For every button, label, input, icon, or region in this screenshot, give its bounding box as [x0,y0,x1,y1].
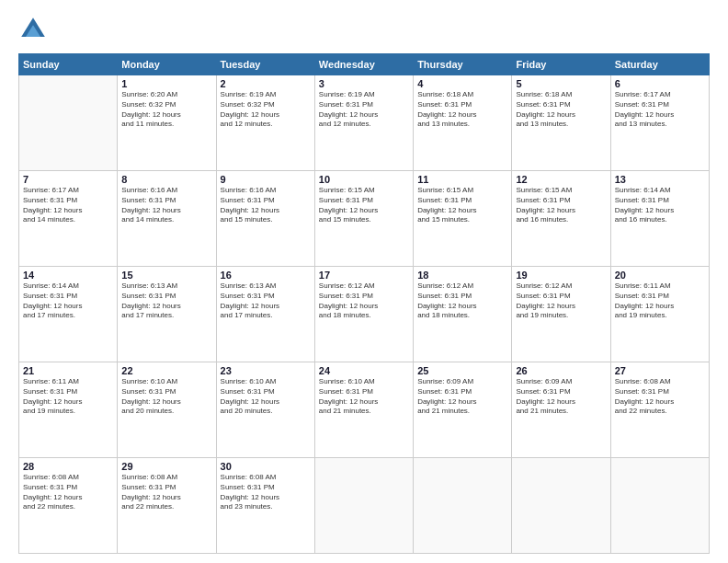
day-number: 18 [417,270,507,281]
calendar-week-row: 28Sunrise: 6:08 AM Sunset: 6:31 PM Dayli… [19,458,710,554]
calendar-week-row: 21Sunrise: 6:11 AM Sunset: 6:31 PM Dayli… [19,362,710,458]
day-info: Sunrise: 6:15 AM Sunset: 6:31 PM Dayligh… [516,186,606,225]
calendar-cell: 10Sunrise: 6:15 AM Sunset: 6:31 PM Dayli… [314,171,413,267]
calendar-cell: 13Sunrise: 6:14 AM Sunset: 6:31 PM Dayli… [610,171,709,267]
calendar-cell: 15Sunrise: 6:13 AM Sunset: 6:31 PM Dayli… [118,267,216,362]
day-info: Sunrise: 6:16 AM Sunset: 6:31 PM Dayligh… [121,186,211,225]
calendar-cell: 14Sunrise: 6:14 AM Sunset: 6:31 PM Dayli… [19,267,118,362]
calendar-cell: 6Sunrise: 6:17 AM Sunset: 6:31 PM Daylig… [610,75,709,171]
day-number: 26 [516,365,606,376]
calendar-table: SundayMondayTuesdayWednesdayThursdayFrid… [18,53,710,554]
day-number: 8 [121,174,211,185]
column-header-friday: Friday [512,54,610,75]
header [18,15,710,44]
logo [18,15,51,44]
calendar-week-row: 7Sunrise: 6:17 AM Sunset: 6:31 PM Daylig… [19,171,710,267]
day-number: 24 [319,365,409,376]
calendar-cell: 2Sunrise: 6:19 AM Sunset: 6:32 PM Daylig… [216,75,314,171]
day-number: 23 [221,365,311,376]
calendar-cell: 11Sunrise: 6:15 AM Sunset: 6:31 PM Dayli… [414,171,512,267]
day-number: 17 [319,270,409,281]
calendar-cell: 3Sunrise: 6:19 AM Sunset: 6:31 PM Daylig… [314,75,413,171]
calendar-week-row: 1Sunrise: 6:20 AM Sunset: 6:32 PM Daylig… [19,75,710,171]
day-info: Sunrise: 6:08 AM Sunset: 6:31 PM Dayligh… [221,473,311,512]
calendar-cell: 4Sunrise: 6:18 AM Sunset: 6:31 PM Daylig… [414,75,512,171]
day-number: 15 [121,270,211,281]
day-info: Sunrise: 6:19 AM Sunset: 6:32 PM Dayligh… [221,90,311,130]
column-header-monday: Monday [118,54,216,75]
day-info: Sunrise: 6:15 AM Sunset: 6:31 PM Dayligh… [417,186,507,225]
column-header-wednesday: Wednesday [314,54,413,75]
day-info: Sunrise: 6:08 AM Sunset: 6:31 PM Dayligh… [121,473,211,512]
column-header-thursday: Thursday [414,54,512,75]
calendar-cell [19,75,118,171]
day-info: Sunrise: 6:18 AM Sunset: 6:31 PM Dayligh… [516,90,606,130]
day-info: Sunrise: 6:12 AM Sunset: 6:31 PM Dayligh… [319,282,409,321]
calendar-cell: 8Sunrise: 6:16 AM Sunset: 6:31 PM Daylig… [118,171,216,267]
day-info: Sunrise: 6:12 AM Sunset: 6:31 PM Dayligh… [516,282,606,321]
day-info: Sunrise: 6:19 AM Sunset: 6:31 PM Dayligh… [319,90,409,130]
day-number: 12 [516,174,606,185]
calendar-cell: 9Sunrise: 6:16 AM Sunset: 6:31 PM Daylig… [216,171,314,267]
day-info: Sunrise: 6:12 AM Sunset: 6:31 PM Dayligh… [417,282,507,321]
day-number: 25 [417,365,507,376]
calendar-cell: 16Sunrise: 6:13 AM Sunset: 6:31 PM Dayli… [216,267,314,362]
day-info: Sunrise: 6:11 AM Sunset: 6:31 PM Dayligh… [23,377,113,417]
day-number: 21 [23,365,113,376]
day-number: 6 [615,78,705,89]
day-number: 22 [121,365,211,376]
day-number: 19 [516,270,606,281]
day-number: 10 [319,174,409,185]
day-number: 7 [23,174,113,185]
day-number: 2 [221,78,311,89]
calendar-header-row: SundayMondayTuesdayWednesdayThursdayFrid… [19,54,710,75]
calendar-cell: 27Sunrise: 6:08 AM Sunset: 6:31 PM Dayli… [610,362,709,458]
day-number: 5 [516,78,606,89]
calendar-cell [512,458,610,554]
column-header-sunday: Sunday [19,54,118,75]
day-number: 20 [615,270,705,281]
day-number: 4 [417,78,507,89]
day-number: 3 [319,78,409,89]
day-number: 1 [121,78,211,89]
calendar-cell: 21Sunrise: 6:11 AM Sunset: 6:31 PM Dayli… [19,362,118,458]
day-info: Sunrise: 6:10 AM Sunset: 6:31 PM Dayligh… [319,377,409,417]
day-info: Sunrise: 6:13 AM Sunset: 6:31 PM Dayligh… [121,282,211,321]
day-number: 16 [221,270,311,281]
day-info: Sunrise: 6:08 AM Sunset: 6:31 PM Dayligh… [23,473,113,512]
day-number: 13 [615,174,705,185]
day-info: Sunrise: 6:18 AM Sunset: 6:31 PM Dayligh… [417,90,507,130]
calendar-cell: 17Sunrise: 6:12 AM Sunset: 6:31 PM Dayli… [314,267,413,362]
calendar-cell: 1Sunrise: 6:20 AM Sunset: 6:32 PM Daylig… [118,75,216,171]
day-number: 11 [417,174,507,185]
calendar-cell: 5Sunrise: 6:18 AM Sunset: 6:31 PM Daylig… [512,75,610,171]
day-info: Sunrise: 6:17 AM Sunset: 6:31 PM Dayligh… [615,90,705,130]
day-info: Sunrise: 6:10 AM Sunset: 6:31 PM Dayligh… [221,377,311,417]
day-info: Sunrise: 6:20 AM Sunset: 6:32 PM Dayligh… [121,90,211,130]
calendar-cell: 23Sunrise: 6:10 AM Sunset: 6:31 PM Dayli… [216,362,314,458]
day-info: Sunrise: 6:08 AM Sunset: 6:31 PM Dayligh… [615,377,705,417]
calendar-cell: 29Sunrise: 6:08 AM Sunset: 6:31 PM Dayli… [118,458,216,554]
day-number: 14 [23,270,113,281]
calendar-cell [414,458,512,554]
calendar-cell: 28Sunrise: 6:08 AM Sunset: 6:31 PM Dayli… [19,458,118,554]
day-info: Sunrise: 6:13 AM Sunset: 6:31 PM Dayligh… [221,282,311,321]
day-info: Sunrise: 6:17 AM Sunset: 6:31 PM Dayligh… [23,186,113,225]
column-header-saturday: Saturday [610,54,709,75]
day-number: 28 [23,461,113,472]
day-info: Sunrise: 6:09 AM Sunset: 6:31 PM Dayligh… [417,377,507,417]
calendar-cell: 20Sunrise: 6:11 AM Sunset: 6:31 PM Dayli… [610,267,709,362]
calendar-cell: 12Sunrise: 6:15 AM Sunset: 6:31 PM Dayli… [512,171,610,267]
day-number: 29 [121,461,211,472]
calendar-cell: 7Sunrise: 6:17 AM Sunset: 6:31 PM Daylig… [19,171,118,267]
column-header-tuesday: Tuesday [216,54,314,75]
day-info: Sunrise: 6:09 AM Sunset: 6:31 PM Dayligh… [516,377,606,417]
calendar-cell: 30Sunrise: 6:08 AM Sunset: 6:31 PM Dayli… [216,458,314,554]
calendar-cell: 22Sunrise: 6:10 AM Sunset: 6:31 PM Dayli… [118,362,216,458]
day-info: Sunrise: 6:11 AM Sunset: 6:31 PM Dayligh… [615,282,705,321]
calendar-week-row: 14Sunrise: 6:14 AM Sunset: 6:31 PM Dayli… [19,267,710,362]
day-info: Sunrise: 6:10 AM Sunset: 6:31 PM Dayligh… [121,377,211,417]
calendar-cell [314,458,413,554]
page: SundayMondayTuesdayWednesdayThursdayFrid… [0,0,728,563]
calendar-cell: 26Sunrise: 6:09 AM Sunset: 6:31 PM Dayli… [512,362,610,458]
